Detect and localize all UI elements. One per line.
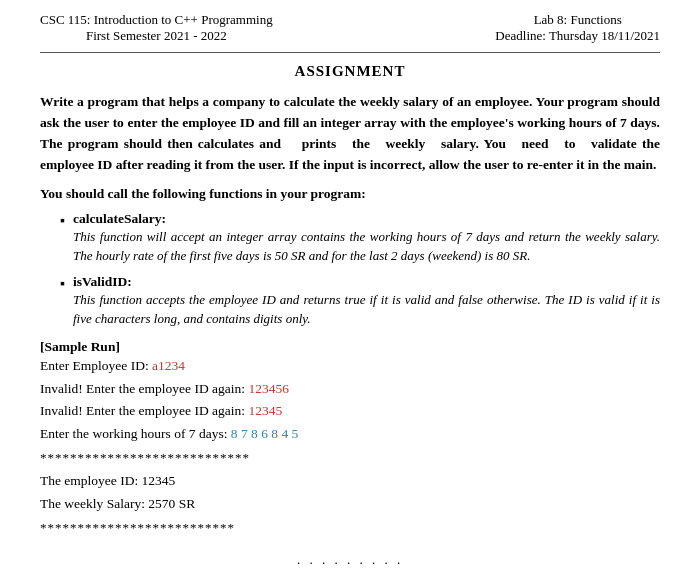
sample-value-1: a1234 xyxy=(152,358,185,373)
sample-run-heading: [Sample Run] xyxy=(40,339,660,355)
ask-the: ask the xyxy=(40,115,81,130)
sample-line-3: Invalid! Enter the employee ID again: 12… xyxy=(40,400,660,423)
func-desc-1: This function will accept an integer arr… xyxy=(73,227,660,266)
stars-bottom: ************************** xyxy=(40,520,660,536)
page: CSC 115: Introduction to C++ Programming… xyxy=(0,0,700,581)
function-isValidID: isValidID: This function accepts the emp… xyxy=(73,274,660,329)
function-calculateSalary: calculateSalary: This function will acce… xyxy=(73,211,660,266)
sample-lines: Enter Employee ID: a1234 Invalid! Enter … xyxy=(40,355,660,447)
list-item: ▪ calculateSalary: This function will ac… xyxy=(60,211,660,266)
sample-line-1: Enter Employee ID: a1234 xyxy=(40,355,660,378)
sample-line-4: Enter the working hours of 7 days: 8 7 8… xyxy=(40,423,660,446)
output-line-1: The employee ID: 12345 xyxy=(40,470,660,493)
functions-intro: You should call the following functions … xyxy=(40,184,660,205)
bullet-icon: ▪ xyxy=(60,211,65,231)
lab-title: Lab 8: Functions xyxy=(495,12,660,28)
course-title: CSC 115: Introduction to C++ Programming xyxy=(40,12,273,28)
deadline: Deadline: Thursday 18/11/2021 xyxy=(495,28,660,44)
stars-top: **************************** xyxy=(40,450,660,466)
functions-list: ▪ calculateSalary: This function will ac… xyxy=(60,211,660,329)
output-lines: The employee ID: 12345 The weekly Salary… xyxy=(40,470,660,516)
body-text-write: Write a program that helps a company to … xyxy=(40,94,660,172)
page-dots: . . . . . . . . . xyxy=(40,552,660,568)
sample-value-4: 8 7 8 6 8 4 5 xyxy=(231,426,299,441)
list-item: ▪ isValidID: This function accepts the e… xyxy=(60,274,660,329)
func-name-2: isValidID: xyxy=(73,274,660,290)
output-line-2: The weekly Salary: 2570 SR xyxy=(40,493,660,516)
bullet-icon: ▪ xyxy=(60,274,65,294)
sample-value-3: 12345 xyxy=(248,403,282,418)
user-word: user xyxy=(85,115,110,130)
header: CSC 115: Introduction to C++ Programming… xyxy=(40,12,660,44)
sample-value-2: 123456 xyxy=(248,381,289,396)
func-desc-2: This function accepts the employee ID an… xyxy=(73,290,660,329)
divider xyxy=(40,52,660,53)
header-right: Lab 8: Functions Deadline: Thursday 18/1… xyxy=(495,12,660,44)
body-paragraph: Write a program that helps a company to … xyxy=(40,92,660,176)
func-name-1: calculateSalary: xyxy=(73,211,660,227)
semester: First Semester 2021 - 2022 xyxy=(40,28,273,44)
sample-line-2: Invalid! Enter the employee ID again: 12… xyxy=(40,378,660,401)
sample-run-section: [Sample Run] Enter Employee ID: a1234 In… xyxy=(40,339,660,537)
page-title: ASSIGNMENT xyxy=(40,63,660,80)
header-left: CSC 115: Introduction to C++ Programming… xyxy=(40,12,273,44)
